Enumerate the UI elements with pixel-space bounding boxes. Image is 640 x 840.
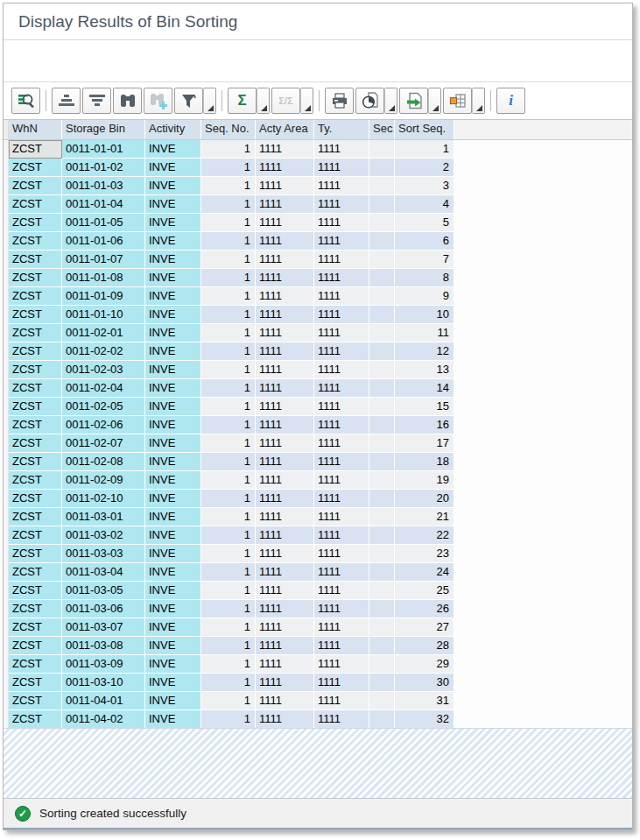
- cell-acty[interactable]: 1111: [256, 545, 314, 563]
- sort-ascending-button[interactable]: [52, 88, 81, 114]
- cell-activity[interactable]: INVE: [145, 416, 201, 434]
- cell-seq[interactable]: 1: [201, 398, 256, 416]
- cell-sec[interactable]: [369, 674, 395, 692]
- cell-acty[interactable]: 1111: [256, 195, 314, 214]
- cell-sec[interactable]: [369, 416, 395, 434]
- column-header-acty[interactable]: Acty Area: [256, 120, 314, 139]
- cell-ty[interactable]: 1111: [314, 508, 369, 526]
- export-dropdown-button[interactable]: [428, 88, 441, 114]
- cell-whn[interactable]: ZCST: [9, 159, 62, 177]
- cell-whn[interactable]: ZCST: [9, 232, 62, 251]
- cell-bin[interactable]: 0011-02-09: [62, 471, 145, 490]
- cell-bin[interactable]: 0011-01-06: [62, 232, 145, 251]
- cell-sort[interactable]: 18: [395, 453, 454, 471]
- cell-sort[interactable]: 3: [395, 177, 454, 195]
- cell-sec[interactable]: [369, 545, 395, 563]
- cell-bin[interactable]: 0011-03-02: [62, 526, 145, 545]
- cell-bin[interactable]: 0011-02-07: [62, 434, 145, 453]
- cell-activity[interactable]: INVE: [145, 692, 201, 710]
- cell-ty[interactable]: 1111: [314, 232, 369, 251]
- cell-sec[interactable]: [369, 287, 395, 306]
- export-button[interactable]: [399, 88, 428, 114]
- cell-sec[interactable]: [369, 600, 395, 618]
- cell-bin[interactable]: 0011-03-01: [62, 508, 145, 526]
- column-header-seq[interactable]: Seq. No.: [201, 120, 256, 139]
- table-row[interactable]: ZCST0011-01-08INVE1111111118: [4, 269, 632, 287]
- cell-sec[interactable]: [369, 710, 395, 729]
- cell-activity[interactable]: INVE: [145, 545, 201, 563]
- cell-bin[interactable]: 0011-02-06: [62, 416, 145, 434]
- cell-acty[interactable]: 1111: [256, 232, 314, 251]
- cell-bin[interactable]: 0011-02-03: [62, 361, 145, 379]
- cell-acty[interactable]: 1111: [256, 159, 314, 177]
- cell-sort[interactable]: 24: [395, 563, 454, 582]
- table-row[interactable]: ZCST0011-02-06INVE11111111116: [4, 416, 632, 434]
- cell-bin[interactable]: 0011-03-09: [62, 655, 145, 674]
- choose-layout-button[interactable]: [443, 88, 472, 114]
- cell-bin[interactable]: 0011-03-03: [62, 545, 145, 563]
- cell-sec[interactable]: [369, 490, 395, 508]
- cell-bin[interactable]: 0011-02-04: [62, 379, 145, 398]
- cell-acty[interactable]: 1111: [256, 434, 314, 453]
- cell-activity[interactable]: INVE: [145, 600, 201, 618]
- cell-sort[interactable]: 9: [395, 287, 454, 306]
- cell-sort[interactable]: 28: [395, 637, 454, 655]
- table-row[interactable]: ZCST0011-02-09INVE11111111119: [4, 471, 632, 490]
- cell-bin[interactable]: 0011-03-04: [62, 563, 145, 582]
- cell-ty[interactable]: 1111: [314, 692, 369, 710]
- cell-acty[interactable]: 1111: [256, 692, 314, 710]
- cell-ty[interactable]: 1111: [314, 637, 369, 655]
- cell-whn[interactable]: ZCST: [9, 195, 62, 214]
- table-row[interactable]: ZCST0011-01-10INVE11111111110: [4, 306, 632, 324]
- cell-bin[interactable]: 0011-02-08: [62, 453, 145, 471]
- cell-activity[interactable]: INVE: [145, 434, 201, 453]
- filter-button[interactable]: [174, 88, 203, 114]
- column-header-bin[interactable]: Storage Bin: [62, 120, 145, 139]
- cell-whn[interactable]: ZCST: [9, 434, 62, 453]
- cell-activity[interactable]: INVE: [145, 287, 201, 306]
- cell-acty[interactable]: 1111: [256, 324, 314, 342]
- cell-sort[interactable]: 5: [395, 214, 454, 232]
- cell-ty[interactable]: 1111: [314, 434, 369, 453]
- cell-ty[interactable]: 1111: [314, 490, 369, 508]
- cell-bin[interactable]: 0011-01-03: [62, 177, 145, 195]
- cell-ty[interactable]: 1111: [314, 618, 369, 637]
- cell-acty[interactable]: 1111: [256, 618, 314, 637]
- cell-whn[interactable]: ZCST: [9, 490, 62, 508]
- cell-sec[interactable]: [369, 637, 395, 655]
- cell-sort[interactable]: 11: [395, 324, 454, 342]
- cell-acty[interactable]: 1111: [256, 600, 314, 618]
- cell-whn[interactable]: ZCST: [9, 177, 62, 195]
- cell-ty[interactable]: 1111: [314, 195, 369, 214]
- cell-sort[interactable]: 19: [395, 471, 454, 490]
- sum-button[interactable]: Σ: [228, 88, 257, 114]
- cell-ty[interactable]: 1111: [314, 674, 369, 692]
- cell-activity[interactable]: INVE: [145, 159, 201, 177]
- cell-ty[interactable]: 1111: [314, 214, 369, 232]
- cell-ty[interactable]: 1111: [314, 251, 369, 269]
- cell-cursor-whn[interactable]: ZCST: [9, 140, 62, 159]
- cell-seq[interactable]: 1: [201, 324, 256, 342]
- table-row[interactable]: ZCST0011-03-10INVE11111111130: [4, 674, 632, 692]
- cell-whn[interactable]: ZCST: [9, 582, 62, 600]
- cell-activity[interactable]: INVE: [145, 398, 201, 416]
- cell-ty[interactable]: 1111: [314, 140, 369, 159]
- table-row[interactable]: ZCST0011-03-07INVE11111111127: [4, 618, 632, 637]
- cell-whn[interactable]: ZCST: [9, 600, 62, 618]
- table-row[interactable]: ZCST0011-02-10INVE11111111120: [4, 490, 632, 508]
- cell-whn[interactable]: ZCST: [9, 545, 62, 563]
- cell-sec[interactable]: [369, 342, 395, 361]
- table-row[interactable]: ZCST0011-01-03INVE1111111113: [4, 177, 632, 195]
- cell-activity[interactable]: INVE: [145, 232, 201, 251]
- cell-seq[interactable]: 1: [201, 692, 256, 710]
- cell-whn[interactable]: ZCST: [9, 306, 62, 324]
- cell-sort[interactable]: 20: [395, 490, 454, 508]
- cell-seq[interactable]: 1: [201, 600, 256, 618]
- cell-ty[interactable]: 1111: [314, 398, 369, 416]
- cell-ty[interactable]: 1111: [314, 177, 369, 195]
- table-row[interactable]: ZCST0011-01-07INVE1111111117: [4, 251, 632, 269]
- cell-ty[interactable]: 1111: [314, 306, 369, 324]
- cell-seq[interactable]: 1: [201, 471, 256, 490]
- cell-ty[interactable]: 1111: [314, 526, 369, 545]
- cell-sec[interactable]: [369, 453, 395, 471]
